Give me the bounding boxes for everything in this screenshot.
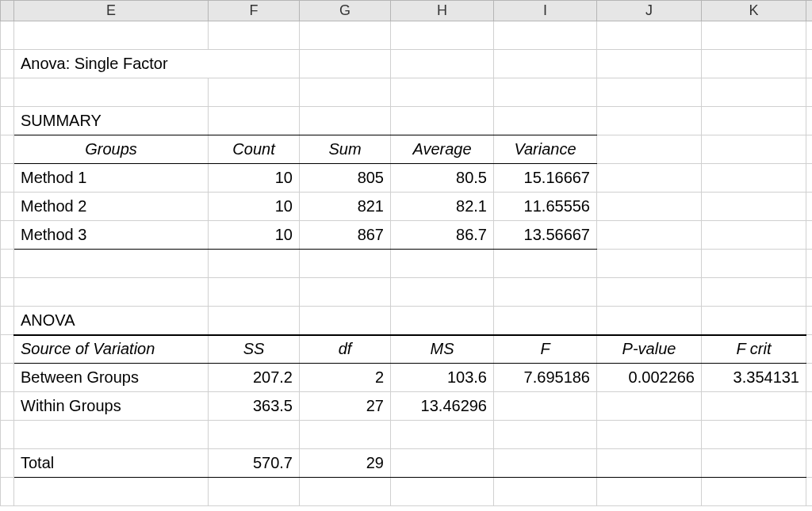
anova-ss[interactable]: 363.5: [209, 392, 300, 421]
col-header-g[interactable]: G: [300, 1, 391, 21]
anova-ms[interactable]: 13.46296: [391, 392, 494, 421]
summary-avg[interactable]: 82.1: [391, 193, 494, 221]
anova-col-f[interactable]: F: [494, 335, 597, 364]
summary-col-count[interactable]: Count: [209, 135, 300, 164]
summary-sum[interactable]: 867: [300, 221, 391, 250]
anova-p[interactable]: [597, 392, 702, 421]
anova-p[interactable]: 0.002266: [597, 364, 702, 392]
summary-group[interactable]: Method 1: [14, 164, 209, 193]
anova-fcrit[interactable]: [702, 392, 806, 421]
anova-src[interactable]: Total: [14, 449, 209, 478]
anova-fcrit[interactable]: 3.354131: [702, 364, 806, 392]
table-row: Within Groups 363.5 27 13.46296: [1, 392, 813, 421]
anova-title[interactable]: Anova: Single Factor: [14, 50, 209, 78]
summary-col-groups[interactable]: Groups: [14, 135, 209, 164]
table-row: Method 2 10 821 82.1 11.65556: [1, 193, 813, 221]
summary-sum[interactable]: 805: [300, 164, 391, 193]
anova-f[interactable]: [494, 449, 597, 478]
spreadsheet-grid[interactable]: E F G H I J K Anova: Single Factor SUMMA…: [0, 0, 812, 506]
anova-col-fcrit[interactable]: F crit: [702, 335, 806, 364]
summary-var[interactable]: 11.65556: [494, 193, 597, 221]
anova-col-ss[interactable]: SS: [209, 335, 300, 364]
summary-avg[interactable]: 86.7: [391, 221, 494, 250]
col-header-k[interactable]: K: [702, 1, 806, 21]
anova-ss[interactable]: 570.7: [209, 449, 300, 478]
summary-col-sum[interactable]: Sum: [300, 135, 391, 164]
summary-avg[interactable]: 80.5: [391, 164, 494, 193]
summary-count[interactable]: 10: [209, 221, 300, 250]
col-header-h[interactable]: H: [391, 1, 494, 21]
column-headers: E F G H I J K: [1, 1, 813, 21]
cell[interactable]: [14, 21, 209, 50]
anova-fcrit[interactable]: [702, 449, 806, 478]
anova-ms[interactable]: 103.6: [391, 364, 494, 392]
anova-heading[interactable]: ANOVA: [14, 307, 209, 335]
col-header-e[interactable]: E: [14, 1, 209, 21]
anova-src[interactable]: Between Groups: [14, 364, 209, 392]
anova-ms[interactable]: [391, 449, 494, 478]
col-header-j[interactable]: J: [597, 1, 702, 21]
anova-df[interactable]: 27: [300, 392, 391, 421]
anova-p[interactable]: [597, 449, 702, 478]
summary-col-var[interactable]: Variance: [494, 135, 597, 164]
summary-heading[interactable]: SUMMARY: [14, 107, 209, 135]
col-header-i[interactable]: I: [494, 1, 597, 21]
anova-f[interactable]: 7.695186: [494, 364, 597, 392]
table-row: Between Groups 207.2 2 103.6 7.695186 0.…: [1, 364, 813, 392]
anova-src[interactable]: Within Groups: [14, 392, 209, 421]
anova-ss[interactable]: 207.2: [209, 364, 300, 392]
anova-f[interactable]: [494, 392, 597, 421]
anova-col-df[interactable]: df: [300, 335, 391, 364]
anova-df[interactable]: 2: [300, 364, 391, 392]
anova-col-p[interactable]: P-value: [597, 335, 702, 364]
summary-group[interactable]: Method 2: [14, 193, 209, 221]
table-row: Method 3 10 867 86.7 13.56667: [1, 221, 813, 250]
anova-df[interactable]: 29: [300, 449, 391, 478]
anova-col-ms[interactable]: MS: [391, 335, 494, 364]
table-row: Method 1 10 805 80.5 15.16667: [1, 164, 813, 193]
table-row: Total 570.7 29: [1, 449, 813, 478]
col-header-f[interactable]: F: [209, 1, 300, 21]
summary-count[interactable]: 10: [209, 193, 300, 221]
summary-var[interactable]: 15.16667: [494, 164, 597, 193]
header-tail: [806, 1, 813, 21]
summary-var[interactable]: 13.56667: [494, 221, 597, 250]
summary-group[interactable]: Method 3: [14, 221, 209, 250]
summary-sum[interactable]: 821: [300, 193, 391, 221]
summary-count[interactable]: 10: [209, 164, 300, 193]
header-stub: [1, 1, 14, 21]
anova-col-src[interactable]: Source of Variation: [14, 335, 209, 364]
summary-col-avg[interactable]: Average: [391, 135, 494, 164]
